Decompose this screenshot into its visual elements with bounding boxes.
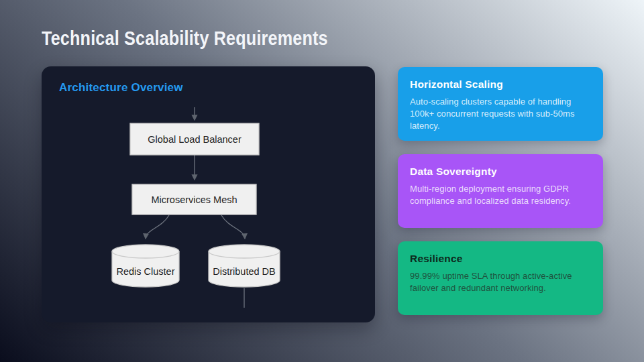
card-body: Auto-scaling clusters capable of handlin… (410, 96, 591, 132)
card-resilience: Resilience 99.99% uptime SLA through act… (398, 241, 603, 315)
card-title: Horizontal Scaling (410, 78, 591, 90)
node-label: Global Load Balancer (148, 134, 241, 145)
card-title: Data Sovereignty (410, 166, 591, 178)
card-body: 99.99% uptime SLA through active-active … (410, 270, 591, 294)
architecture-panel: Architecture Overview Global Load Balanc… (42, 66, 375, 322)
node-distributed-db: Distributed DB (209, 245, 280, 287)
feature-cards: Horizontal Scaling Auto-scaling clusters… (398, 67, 603, 315)
card-body: Multi-region deployment ensuring GDPR co… (410, 183, 591, 207)
page-title: Technical Scalability Requirements (42, 27, 382, 50)
page-title-text: Technical Scalability Requirements (42, 27, 328, 50)
node-label: Microservices Mesh (151, 194, 237, 205)
database-cylinder-top-icon (209, 245, 280, 258)
database-cylinder-top-icon (112, 245, 179, 258)
node-redis-cluster: Redis Cluster (112, 245, 179, 287)
card-horizontal-scaling: Horizontal Scaling Auto-scaling clusters… (398, 67, 603, 141)
node-microservices-mesh: Microservices Mesh (132, 184, 256, 215)
node-label: Redis Cluster (116, 266, 174, 277)
node-global-load-balancer: Global Load Balancer (130, 123, 259, 155)
card-title: Resilience (410, 253, 591, 265)
edge-arrow-mesh-to-redis (146, 215, 169, 239)
edge-arrow-mesh-to-db (221, 215, 245, 239)
node-label: Distributed DB (213, 266, 275, 277)
card-data-sovereignty: Data Sovereignty Multi-region deployment… (398, 154, 603, 228)
architecture-diagram: Global Load Balancer Microservices Mesh … (42, 66, 375, 322)
